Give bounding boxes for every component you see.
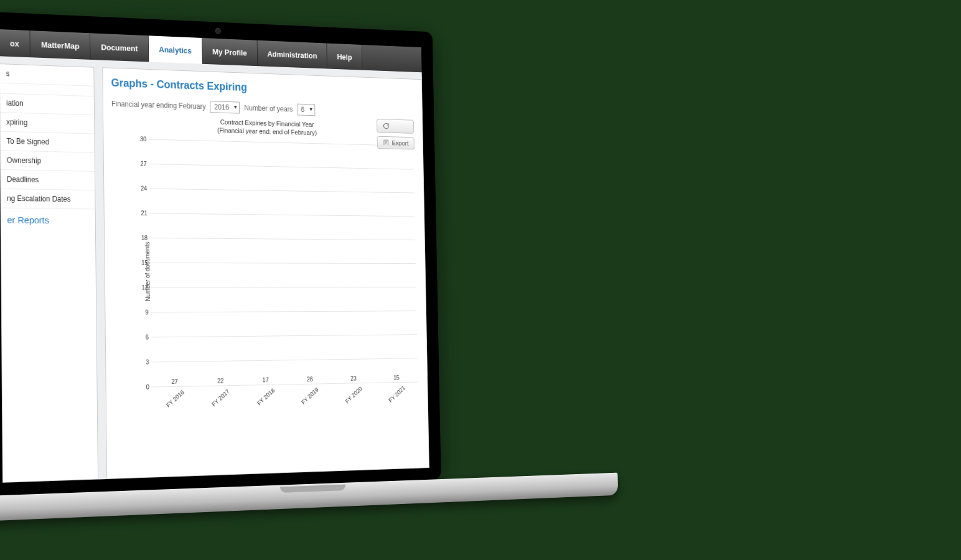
y-tick: 27	[136, 160, 147, 167]
y-tick: 21	[137, 209, 148, 216]
chart-title: Contract Expiries by Financial Year (Fin…	[111, 114, 415, 139]
sidebar-item[interactable]: Deadlines	[1, 170, 95, 190]
bar-value-label: 22	[217, 377, 223, 384]
bar: 15	[378, 374, 415, 382]
y-tick: 18	[137, 234, 148, 241]
chart: Number of documents 272217262315 FY 2016…	[133, 138, 420, 405]
page-title: Graphs - Contracts Expiring	[111, 77, 414, 100]
sidebar-item[interactable]: ng Escalation Dates	[1, 189, 95, 210]
main-panel: Graphs - Contracts Expiring Financial ye…	[102, 67, 429, 479]
sidebar: siationxpiringTo Be SignedOwnershipDeadl…	[0, 63, 98, 483]
years-label: Number of years	[244, 104, 293, 114]
bar: 22	[201, 377, 239, 386]
bar-value-label: 17	[263, 376, 269, 383]
fy-select[interactable]: 2016	[210, 101, 240, 113]
bar-value-label: 15	[393, 375, 400, 381]
sidebar-section-header[interactable]: er Reports	[1, 208, 95, 232]
sidebar-item[interactable]: Ownership	[1, 151, 95, 172]
webcam-icon	[215, 28, 221, 34]
y-tick: 15	[138, 259, 148, 266]
y-tick: 9	[138, 309, 149, 315]
sidebar-item[interactable]: s	[0, 64, 94, 86]
y-tick: 24	[136, 185, 147, 192]
tab-help[interactable]: Help	[327, 44, 363, 70]
bar: 26	[291, 375, 329, 383]
bar-value-label: 27	[171, 378, 177, 385]
tab-ox[interactable]: ox	[0, 29, 30, 57]
y-tick: 12	[138, 284, 148, 291]
refresh-button[interactable]	[377, 119, 414, 134]
tab-document[interactable]: Document	[90, 33, 149, 62]
refresh-icon	[383, 122, 390, 130]
tab-administration[interactable]: Administration	[257, 40, 327, 69]
tab-analytics[interactable]: Analytics	[149, 35, 203, 64]
x-tick: FY 2020	[344, 385, 363, 404]
x-tick: FY 2018	[256, 387, 276, 407]
sidebar-item[interactable]: iation	[0, 93, 94, 115]
years-select[interactable]: 6	[297, 104, 315, 116]
y-tick: 30	[136, 135, 146, 142]
plot-area: 272217262315 FY 2016FY 2017FY 2018FY 201…	[149, 139, 418, 386]
y-tick: 6	[138, 334, 149, 340]
bar-value-label: 23	[350, 375, 357, 382]
bar-value-label: 26	[307, 376, 313, 383]
chart-area: Export Contract Expiries by Financial Ye…	[111, 114, 420, 406]
bar: 23	[335, 375, 372, 383]
y-tick: 0	[139, 383, 149, 390]
y-tick: 3	[139, 358, 149, 365]
sidebar-item[interactable]: xpiring	[0, 113, 94, 134]
x-tick: FY 2017	[210, 388, 230, 408]
bar: 27	[155, 378, 194, 386]
x-tick: FY 2021	[387, 384, 406, 403]
tab-mattermap[interactable]: MatterMap	[30, 30, 91, 60]
fy-label: Financial year ending February	[111, 100, 206, 111]
sidebar-item[interactable]: To Be Signed	[1, 132, 95, 153]
x-tick: FY 2016	[165, 388, 185, 408]
bar: 17	[246, 376, 284, 385]
tab-my-profile[interactable]: My Profile	[202, 38, 258, 66]
x-tick: FY 2019	[301, 386, 320, 405]
